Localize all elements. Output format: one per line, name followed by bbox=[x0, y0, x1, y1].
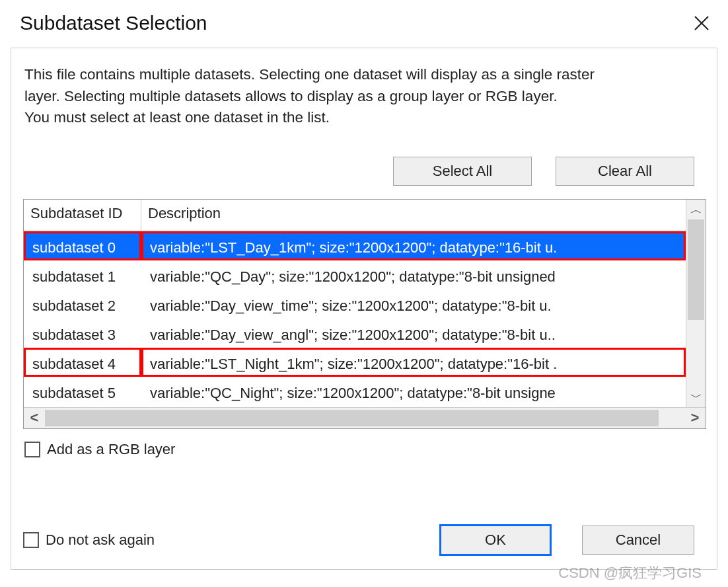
vertical-scrollbar[interactable]: ︿ ﹀ bbox=[686, 200, 706, 407]
dont-ask-checkbox-label: Do not ask again bbox=[46, 531, 155, 549]
subdataset-table: Subdataset ID subdataset 0 subdataset 1 … bbox=[23, 199, 706, 429]
horizontal-scrollbar[interactable]: < > bbox=[24, 407, 706, 428]
table-row[interactable]: subdataset 5 bbox=[24, 377, 141, 406]
ok-button[interactable]: OK bbox=[439, 524, 552, 556]
scroll-right-icon[interactable]: > bbox=[684, 408, 706, 428]
intro-line-1: This file contains multiple datasets. Se… bbox=[24, 66, 595, 83]
table-row[interactable]: subdataset 2 bbox=[24, 290, 141, 319]
cancel-button[interactable]: Cancel bbox=[582, 526, 694, 555]
column-id: Subdataset ID subdataset 0 subdataset 1 … bbox=[24, 200, 141, 407]
scroll-left-icon[interactable]: < bbox=[24, 408, 45, 428]
rgb-checkbox[interactable] bbox=[24, 442, 40, 457]
close-icon[interactable] bbox=[692, 14, 711, 32]
scroll-track[interactable] bbox=[686, 219, 706, 387]
intro-line-2: layer. Selecting multiple datasets allow… bbox=[24, 88, 558, 104]
table-row[interactable]: subdataset 4 bbox=[24, 348, 141, 377]
column-header-description[interactable]: Description bbox=[141, 200, 686, 231]
top-button-row: Select All Clear All bbox=[23, 157, 706, 186]
dont-ask-checkbox[interactable] bbox=[23, 532, 39, 548]
table-row[interactable]: variable:"LST_Day_1km"; size:"1200x1200"… bbox=[141, 231, 686, 260]
table-row[interactable]: variable:"Day_view_angl"; size:"1200x120… bbox=[141, 319, 686, 348]
dialog-body: This file contains multiple datasets. Se… bbox=[11, 48, 717, 570]
hscroll-thumb[interactable] bbox=[45, 410, 659, 426]
table-row[interactable]: variable:"Day_view_time"; size:"1200x120… bbox=[141, 290, 686, 319]
intro-text: This file contains multiple datasets. Se… bbox=[24, 64, 706, 129]
table-row[interactable]: variable:"QC_Day"; size:"1200x1200"; dat… bbox=[141, 260, 686, 290]
table-row[interactable]: variable:"QC_Night"; size:"1200x1200"; d… bbox=[141, 377, 686, 406]
column-description: Description variable:"LST_Day_1km"; size… bbox=[141, 200, 686, 407]
scroll-up-icon[interactable]: ︿ bbox=[686, 200, 706, 219]
bottom-row: Do not ask again OK Cancel bbox=[23, 524, 694, 556]
scroll-thumb[interactable] bbox=[688, 219, 704, 320]
rgb-checkbox-label: Add as a RGB layer bbox=[47, 441, 175, 458]
clear-all-button[interactable]: Clear All bbox=[556, 157, 694, 186]
column-header-id[interactable]: Subdataset ID bbox=[24, 200, 141, 231]
table-row[interactable]: variable:"LST_Night_1km"; size:"1200x120… bbox=[141, 348, 686, 377]
table-row[interactable]: subdataset 3 bbox=[24, 319, 141, 348]
rgb-checkbox-row[interactable]: Add as a RGB layer bbox=[24, 441, 706, 458]
hscroll-track[interactable] bbox=[45, 408, 684, 428]
select-all-button[interactable]: Select All bbox=[393, 157, 532, 186]
bottom-buttons: OK Cancel bbox=[439, 524, 694, 556]
title-bar: Subdataset Selection bbox=[0, 0, 728, 42]
table-row[interactable]: subdataset 0 bbox=[24, 231, 141, 260]
table-row[interactable]: subdataset 1 bbox=[24, 260, 141, 290]
dialog-title: Subdataset Selection bbox=[20, 12, 207, 34]
dont-ask-checkbox-row[interactable]: Do not ask again bbox=[23, 531, 155, 549]
scroll-down-icon[interactable]: ﹀ bbox=[686, 387, 706, 407]
intro-line-3: You must select at least one dataset in … bbox=[24, 109, 330, 126]
